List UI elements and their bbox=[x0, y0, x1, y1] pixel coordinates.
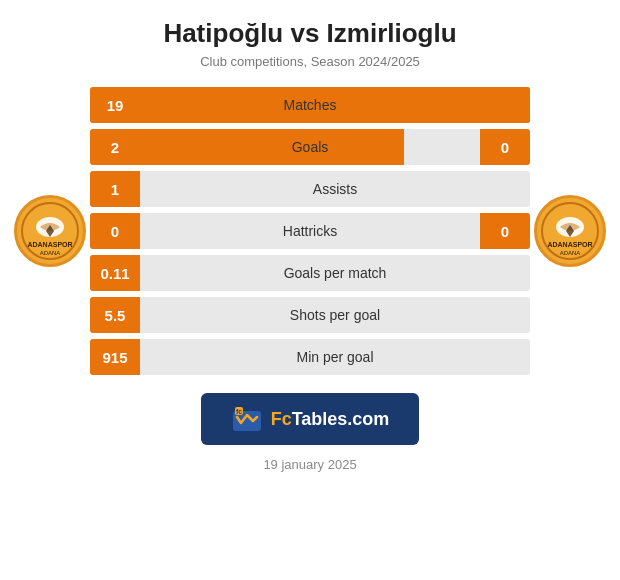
fctables-prefix: Fc bbox=[271, 409, 292, 429]
stat-row-1: 2Goals0 bbox=[90, 129, 530, 165]
fctables-text: FcTables.com bbox=[271, 409, 390, 430]
svg-text:ADANA: ADANA bbox=[560, 250, 581, 256]
svg-text:fc: fc bbox=[236, 408, 242, 415]
date-text: 19 january 2025 bbox=[263, 457, 356, 472]
stat-label-5: Shots per goal bbox=[140, 307, 530, 323]
team-logo-right: ADANASPOR ADANA bbox=[534, 195, 606, 267]
stat-label-4: Goals per match bbox=[140, 265, 530, 281]
team-logo-svg-right: ADANASPOR ADANA bbox=[540, 201, 600, 261]
stat-row-2: 1Assists bbox=[90, 171, 530, 207]
stat-right-val-3: 0 bbox=[480, 213, 530, 249]
fctables-logo: fc FcTables.com bbox=[231, 403, 390, 435]
stat-left-val-0: 19 bbox=[90, 87, 140, 123]
stats-section: ADANASPOR ADANA 19Matches12Goals01Assist… bbox=[10, 87, 610, 375]
stat-left-val-2: 1 bbox=[90, 171, 140, 207]
stat-row-3: 0Hattricks0 bbox=[90, 213, 530, 249]
svg-text:ADANASPOR: ADANASPOR bbox=[27, 241, 72, 248]
page-title: Hatipoğlu vs Izmirlioglu bbox=[163, 18, 456, 49]
logo-left: ADANASPOR ADANA bbox=[10, 195, 90, 267]
stat-left-val-1: 2 bbox=[90, 129, 140, 165]
stat-row-0: 19Matches1 bbox=[90, 87, 530, 123]
stat-row-4: 0.11Goals per match bbox=[90, 255, 530, 291]
stat-label-6: Min per goal bbox=[140, 349, 530, 365]
page-subtitle: Club competitions, Season 2024/2025 bbox=[200, 54, 420, 69]
page-wrapper: Hatipoğlu vs Izmirlioglu Club competitio… bbox=[0, 0, 620, 580]
svg-text:ADANASPOR: ADANASPOR bbox=[547, 241, 592, 248]
svg-text:ADANA: ADANA bbox=[40, 250, 61, 256]
logo-right: ADANASPOR ADANA bbox=[530, 195, 610, 267]
team-logo-svg-left: ADANASPOR ADANA bbox=[20, 201, 80, 261]
stat-left-val-3: 0 bbox=[90, 213, 140, 249]
stat-label-1: Goals bbox=[140, 139, 480, 155]
fctables-banner: fc FcTables.com bbox=[201, 393, 420, 445]
stats-rows: 19Matches12Goals01Assists0Hattricks00.11… bbox=[90, 87, 530, 375]
stat-right-val-1: 0 bbox=[480, 129, 530, 165]
stat-label-0: Matches bbox=[140, 97, 480, 113]
stat-label-3: Hattricks bbox=[140, 223, 480, 239]
stat-label-2: Assists bbox=[140, 181, 530, 197]
stat-left-val-6: 915 bbox=[90, 339, 140, 375]
stat-row-5: 5.5Shots per goal bbox=[90, 297, 530, 333]
stat-row-6: 915Min per goal bbox=[90, 339, 530, 375]
fctables-suffix: Tables.com bbox=[292, 409, 390, 429]
stat-left-val-4: 0.11 bbox=[90, 255, 140, 291]
team-logo-left: ADANASPOR ADANA bbox=[14, 195, 86, 267]
stat-left-val-5: 5.5 bbox=[90, 297, 140, 333]
fctables-icon: fc bbox=[231, 403, 263, 435]
